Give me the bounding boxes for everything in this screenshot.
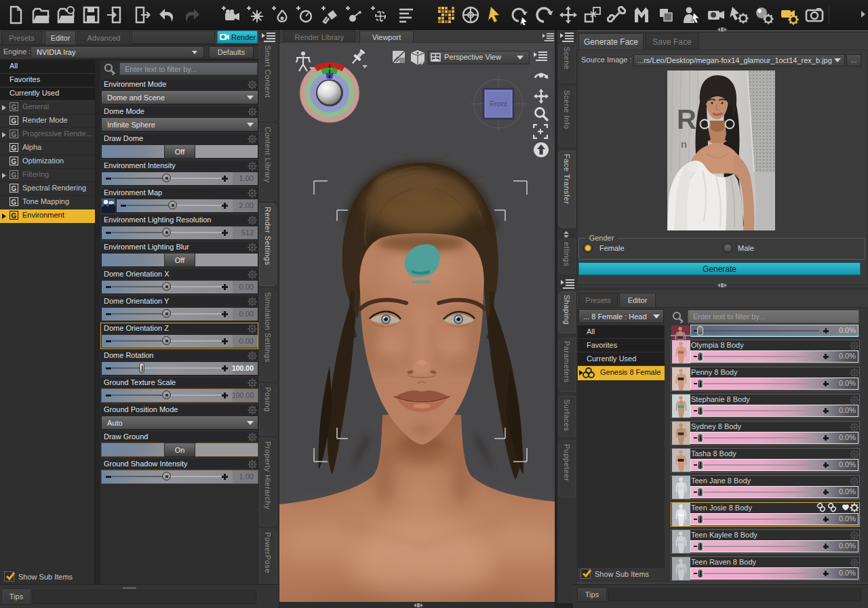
svg-text:n: n bbox=[681, 138, 687, 150]
svg-text:R: R bbox=[677, 104, 696, 134]
svg-text:Front: Front bbox=[490, 100, 507, 108]
